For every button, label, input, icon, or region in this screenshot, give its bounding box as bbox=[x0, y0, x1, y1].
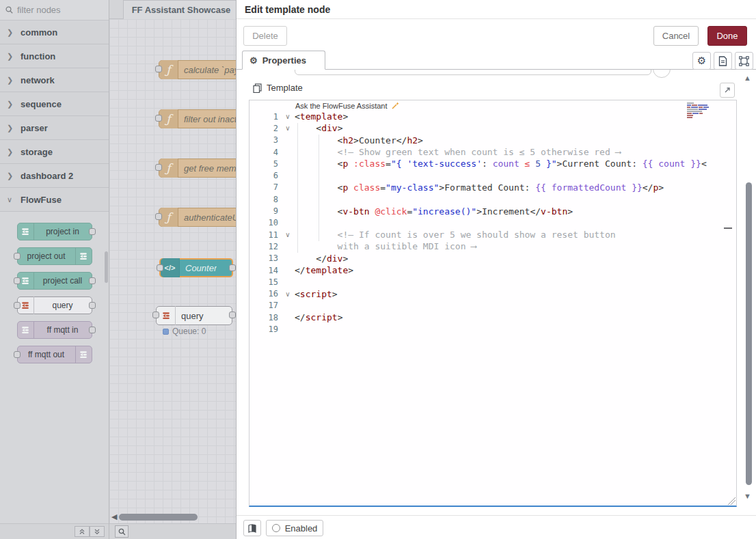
palette-category-parser[interactable]: ❯parser bbox=[0, 116, 109, 140]
node-port-left[interactable] bbox=[14, 277, 21, 284]
node-port-left[interactable] bbox=[14, 302, 21, 309]
node-port-right[interactable] bbox=[229, 264, 236, 271]
palette-node-label: ff mqtt in bbox=[34, 325, 92, 335]
enabled-state-icon bbox=[272, 524, 280, 532]
code-line-15[interactable]: 15 bbox=[249, 276, 736, 288]
code-line-14[interactable]: 14</template> bbox=[249, 264, 736, 276]
node-port-right[interactable] bbox=[89, 228, 96, 235]
node-port-left[interactable] bbox=[157, 264, 163, 271]
code-line-1[interactable]: 1∨<template> bbox=[249, 111, 736, 122]
flow-canvas[interactable]: FF Assistant Showcase ƒcalculate `payƒfi… bbox=[109, 0, 236, 539]
code-line-2[interactable]: 2∨ <div> bbox=[249, 122, 736, 134]
enabled-toggle-button[interactable]: Enabled bbox=[266, 520, 323, 536]
node-icon-section bbox=[18, 223, 34, 240]
code-line-17[interactable]: 17 bbox=[249, 300, 736, 312]
palette-category-storage[interactable]: ❯storage bbox=[0, 140, 109, 164]
node-port-left[interactable] bbox=[14, 351, 21, 358]
palette-category-function[interactable]: ❯function bbox=[0, 44, 109, 68]
node-port-left[interactable] bbox=[155, 115, 162, 122]
node-port-left[interactable] bbox=[155, 164, 162, 171]
palette-category-sequence[interactable]: ❯sequence bbox=[0, 92, 109, 116]
flow-node-calculate-pay[interactable]: ƒcalculate `pay bbox=[159, 60, 236, 79]
flow-node-filter-out-inacti[interactable]: ƒfilter out inacti bbox=[159, 109, 236, 128]
code-line-7[interactable]: 7 <p class="my-class">Formatted Count: {… bbox=[249, 182, 736, 193]
fold-arrow-icon[interactable]: ∨ bbox=[281, 231, 295, 238]
palette-node-project-out[interactable]: project out bbox=[17, 247, 92, 265]
minimap-row bbox=[687, 107, 723, 108]
minimap-row bbox=[687, 117, 723, 118]
palette-node-ff-mqtt-in[interactable]: ff mqtt in bbox=[17, 321, 92, 339]
editor-minimap[interactable] bbox=[687, 102, 723, 119]
palette-category-common[interactable]: ❯common bbox=[0, 20, 109, 44]
node-description-button[interactable] bbox=[714, 52, 732, 70]
node-port-right[interactable] bbox=[89, 302, 96, 309]
node-port-right[interactable] bbox=[89, 327, 96, 333]
code-line-3[interactable]: 3 <h2>Counter</h2> bbox=[249, 135, 736, 146]
chevron-right-icon: ❯ bbox=[7, 124, 14, 133]
palette-filter[interactable]: filter nodes bbox=[0, 0, 109, 20]
node-port-left[interactable] bbox=[155, 213, 162, 220]
code-line-12[interactable]: 12 with a suitible MDI icon ⟶ bbox=[249, 240, 736, 252]
code-line-16[interactable]: 16∨<script> bbox=[249, 288, 736, 299]
scroll-up-icon[interactable]: ▲ bbox=[744, 74, 751, 82]
code-line-9[interactable]: 9 <v-btn @click="increase()">Increment</… bbox=[249, 205, 736, 217]
node-port-right[interactable] bbox=[89, 277, 96, 284]
code-text: with a suitible MDI icon ⟶ bbox=[295, 241, 476, 251]
minimap-row bbox=[687, 102, 723, 104]
fold-arrow-icon[interactable]: ∨ bbox=[281, 290, 295, 298]
code-line-11[interactable]: 11∨ <!— If count is over 5 we should sho… bbox=[249, 229, 736, 240]
flow-node-query[interactable]: query bbox=[156, 306, 232, 325]
code-text: <h2>Counter</h2> bbox=[295, 135, 423, 146]
flow-node-label: calculate `pay bbox=[178, 65, 236, 75]
assistant-hint[interactable]: Ask the FlowFuse Assistant bbox=[295, 102, 399, 110]
fold-arrow-icon[interactable]: ∨ bbox=[281, 124, 295, 132]
code-text: </script> bbox=[295, 312, 342, 322]
dialog-scrollbar-thumb[interactable] bbox=[746, 182, 752, 485]
code-line-6[interactable]: 6 bbox=[249, 169, 736, 181]
code-line-4[interactable]: 4 <!— Show green text when count is ≤ 5 … bbox=[249, 146, 736, 158]
cancel-button[interactable]: Cancel bbox=[653, 26, 699, 46]
flow-node-Counter[interactable]: </>Counter bbox=[159, 258, 233, 277]
function-icon: ƒ bbox=[159, 60, 178, 79]
node-settings-button[interactable]: ⚙ bbox=[692, 52, 711, 70]
code-line-5[interactable]: 5 <p :class="{ 'text-success': count ≤ 5… bbox=[249, 158, 736, 169]
palette-category-FlowFuse[interactable]: ∨FlowFuse bbox=[0, 188, 109, 212]
code-line-18[interactable]: 18</script> bbox=[249, 312, 736, 323]
collapse-all-button[interactable] bbox=[75, 526, 90, 537]
scroll-down-icon[interactable]: ▼ bbox=[744, 492, 751, 500]
code-line-13[interactable]: 13 </div> bbox=[249, 253, 736, 264]
node-appearance-button[interactable] bbox=[735, 52, 753, 70]
flow-node-get-free-memo[interactable]: ƒget free memo bbox=[159, 158, 236, 178]
node-port-left[interactable] bbox=[14, 253, 21, 260]
code-line-10[interactable]: 10 bbox=[249, 217, 736, 229]
zoom-button[interactable] bbox=[115, 525, 129, 538]
tab-properties[interactable]: ⚙ Properties bbox=[242, 51, 325, 70]
delete-button[interactable]: Delete bbox=[243, 26, 287, 46]
template-code-editor[interactable]: Ask the FlowFuse Assistant 1∨<template>2… bbox=[249, 100, 737, 507]
node-port-left[interactable] bbox=[152, 312, 159, 318]
done-button[interactable]: Done bbox=[707, 26, 747, 46]
docs-button[interactable] bbox=[243, 520, 261, 536]
palette-node-project-call[interactable]: project call bbox=[17, 272, 92, 290]
canvas-hscrollbar[interactable]: ◀ bbox=[111, 512, 198, 521]
hscroll-thumb[interactable] bbox=[119, 514, 198, 521]
palette-node-ff-mqtt-out[interactable]: ff mqtt out bbox=[17, 346, 92, 363]
node-port-right[interactable] bbox=[229, 312, 236, 318]
editor-resize-grip[interactable] bbox=[727, 496, 735, 505]
code-lines[interactable]: 1∨<template>2∨ <div>3 <h2>Counter</h2>4 … bbox=[249, 111, 736, 335]
editor-expand-button[interactable] bbox=[720, 83, 735, 98]
line-number: 8 bbox=[249, 195, 281, 204]
code-line-8[interactable]: 8 bbox=[249, 193, 736, 205]
flow-node-authenticateU[interactable]: ƒauthenticateU bbox=[159, 208, 236, 227]
workspace-tab[interactable]: FF Assistant Showcase bbox=[123, 0, 236, 19]
palette-node-query[interactable]: query bbox=[17, 296, 92, 314]
expand-all-button[interactable] bbox=[90, 526, 105, 537]
palette-scrollbar[interactable] bbox=[105, 251, 108, 283]
palette-node-project-in[interactable]: project in bbox=[17, 223, 92, 240]
palette-category-network[interactable]: ❯network bbox=[0, 68, 109, 92]
scroll-left-icon[interactable]: ◀ bbox=[111, 512, 117, 521]
palette-category-dashboard-2[interactable]: ❯dashboard 2 bbox=[0, 164, 109, 188]
fold-arrow-icon[interactable]: ∨ bbox=[281, 113, 295, 120]
code-line-19[interactable]: 19 bbox=[249, 323, 736, 335]
node-port-left[interactable] bbox=[155, 66, 162, 72]
